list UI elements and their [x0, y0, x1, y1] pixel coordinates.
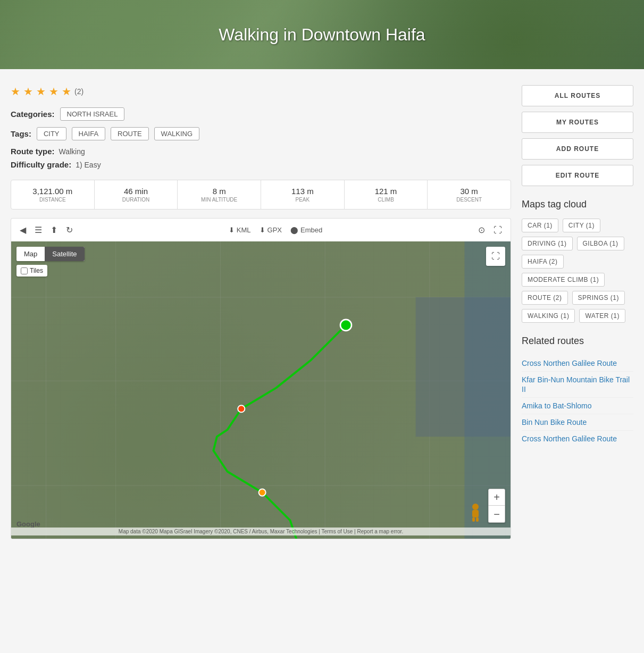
- review-count: (2): [74, 87, 83, 96]
- tag-cloud-title: Maps tag cloud: [522, 199, 633, 210]
- hero-banner: Walking in Downtown Haifa: [0, 0, 644, 69]
- related-link-2[interactable]: Amika to Bat-Shlomo: [522, 401, 592, 410]
- stat-label: DURATION: [100, 197, 172, 203]
- gpx-link[interactable]: ⬇ GPX: [256, 224, 285, 236]
- related-item-2: Amika to Bat-Shlomo: [522, 398, 633, 414]
- list-view-button[interactable]: ☰: [31, 223, 45, 237]
- cloud-tag-driving-1[interactable]: DRIVING (1): [522, 237, 573, 250]
- tiles-label: Tiles: [30, 267, 43, 274]
- stat-value: 113 m: [266, 187, 339, 196]
- related-routes-title: Related routes: [522, 336, 633, 347]
- category-north-israel[interactable]: NORTH ISRAEL: [60, 107, 125, 121]
- cloud-tag-walking-1[interactable]: WALKING (1): [522, 309, 575, 323]
- map-view-button[interactable]: Map: [16, 247, 45, 261]
- categories-row: Categories: NORTH ISRAEL: [11, 107, 511, 121]
- cloud-tag-water-1[interactable]: WATER (1): [579, 309, 625, 323]
- route-type-label: Route type:: [11, 147, 55, 156]
- tag-city[interactable]: CITY: [37, 127, 66, 140]
- stat-value: 8 m: [183, 187, 255, 196]
- difficulty-row: Difficulty grade: 1) Easy: [11, 160, 511, 169]
- star-2: ★: [23, 85, 33, 98]
- map-credits: Map data ©2020 Mapa GISrael Imagery ©202…: [11, 528, 511, 535]
- map-overlay: [11, 241, 511, 539]
- tiles-checkbox[interactable]: [21, 267, 28, 274]
- cloud-tag-gilboa-1[interactable]: GILBOA (1): [577, 237, 624, 250]
- cloud-tag-haifa-2[interactable]: HAIFA (2): [522, 255, 564, 269]
- add-route-button[interactable]: ADD ROUTE: [522, 138, 633, 160]
- route-type-row: Route type: Walking: [11, 147, 511, 156]
- my-routes-button[interactable]: MY ROUTES: [522, 112, 633, 133]
- stat-label: MIN ALTITUDE: [183, 197, 255, 203]
- related-link-0[interactable]: Cross Northen Galilee Route: [522, 359, 617, 367]
- star-3: ★: [36, 85, 46, 98]
- related-link-1[interactable]: Kfar Bin-Nun Mountain Bike Trail II: [522, 375, 630, 394]
- fullscreen-toolbar-button[interactable]: ⛶: [490, 223, 505, 237]
- svg-point-16: [472, 504, 479, 510]
- stat-label: DISTANCE: [16, 197, 89, 203]
- all-routes-button[interactable]: ALL ROUTES: [522, 85, 633, 106]
- related-item-1: Kfar Bin-Nun Mountain Bike Trail II: [522, 372, 633, 398]
- cloud-tag-car-1[interactable]: CAR (1): [522, 219, 558, 232]
- related-routes-list: Cross Northen Galilee RouteKfar Bin-Nun …: [522, 355, 633, 447]
- svg-rect-19: [476, 517, 479, 522]
- stat-label: PEAK: [266, 197, 339, 203]
- svg-rect-17: [472, 510, 479, 517]
- tiles-control: Tiles: [16, 265, 47, 277]
- gpx-icon: ⬇: [260, 226, 265, 234]
- fullscreen-map-button[interactable]: ⛶: [486, 247, 505, 266]
- tag-route[interactable]: ROUTE: [111, 127, 149, 140]
- embed-link[interactable]: ⬤ Embed: [287, 224, 325, 236]
- share-button[interactable]: ⬆: [47, 223, 61, 237]
- cloud-tag-springs-1[interactable]: SPRINGS (1): [572, 291, 625, 305]
- tag-cloud: CAR (1)CITY (1)DRIVING (1)GILBOA (1)HAIF…: [522, 219, 633, 323]
- pegman-control[interactable]: [468, 503, 485, 520]
- stat-cell-climb: 121 mCLIMB: [345, 180, 428, 209]
- recenter-button[interactable]: ⊙: [475, 223, 488, 237]
- zoom-in-button[interactable]: +: [488, 489, 505, 506]
- page-title: Walking in Downtown Haifa: [219, 25, 425, 45]
- stat-cell-descent: 30 mDESCENT: [428, 180, 511, 209]
- stat-cell-duration: 46 minDURATION: [95, 180, 178, 209]
- zoom-out-button[interactable]: −: [488, 506, 505, 523]
- refresh-button[interactable]: ↻: [63, 223, 76, 237]
- rating-row: ★ ★ ★ ★ ★ (2): [11, 85, 511, 98]
- related-item-3: Bin Nun Bike Route: [522, 414, 633, 431]
- cloud-tag-city-1[interactable]: CITY (1): [563, 219, 600, 232]
- kml-icon: ⬇: [229, 226, 235, 234]
- stat-cell-peak: 113 mPEAK: [261, 180, 345, 209]
- edit-route-button[interactable]: EDIT ROUTE: [522, 165, 633, 186]
- star-5: ★: [62, 85, 71, 98]
- satellite-view-button[interactable]: Satellite: [45, 247, 84, 261]
- embed-icon: ⬤: [290, 226, 298, 234]
- stat-value: 121 m: [350, 187, 422, 196]
- tag-haifa[interactable]: HAIFA: [72, 127, 106, 140]
- gpx-label: GPX: [267, 226, 282, 234]
- zoom-controls: + −: [488, 489, 505, 523]
- stat-cell-min altitude: 8 mMIN ALTITUDE: [178, 180, 261, 209]
- kml-label: KML: [237, 226, 251, 234]
- related-item-0: Cross Northen Galilee Route: [522, 355, 633, 372]
- map-container: Map Satellite Tiles ⛶: [11, 241, 511, 539]
- embed-label: Embed: [300, 226, 322, 234]
- related-link-4[interactable]: Cross Northen Galilee Route: [522, 434, 617, 443]
- stat-value: 30 m: [433, 187, 505, 196]
- cloud-tag-route-2[interactable]: ROUTE (2): [522, 291, 568, 305]
- star-4: ★: [49, 85, 58, 98]
- tags-row: Tags: CITY HAIFA ROUTE WALKING: [11, 127, 511, 140]
- star-1: ★: [11, 85, 20, 98]
- stat-value: 46 min: [100, 187, 172, 196]
- stat-label: DESCENT: [433, 197, 505, 203]
- kml-link[interactable]: ⬇ KML: [225, 224, 254, 236]
- related-link-3[interactable]: Bin Nun Bike Route: [522, 418, 587, 426]
- tag-walking[interactable]: WALKING: [154, 127, 199, 140]
- stats-box: 3,121.00 mDISTANCE46 minDURATION8 mMIN A…: [11, 180, 511, 210]
- stat-label: CLIMB: [350, 197, 422, 203]
- back-button[interactable]: ◀: [16, 223, 29, 237]
- related-item-4: Cross Northen Galilee Route: [522, 431, 633, 447]
- map-background: Map Satellite Tiles ⛶: [11, 241, 511, 539]
- tags-label: Tags:: [11, 129, 31, 138]
- cloud-tag-moderate-climb-1[interactable]: MODERATE CLIMB (1): [522, 273, 605, 287]
- route-type-value: Walking: [59, 147, 85, 156]
- left-panel: ★ ★ ★ ★ ★ (2) Categories: NORTH ISRAEL T…: [11, 85, 511, 539]
- stat-value: 3,121.00 m: [16, 187, 89, 196]
